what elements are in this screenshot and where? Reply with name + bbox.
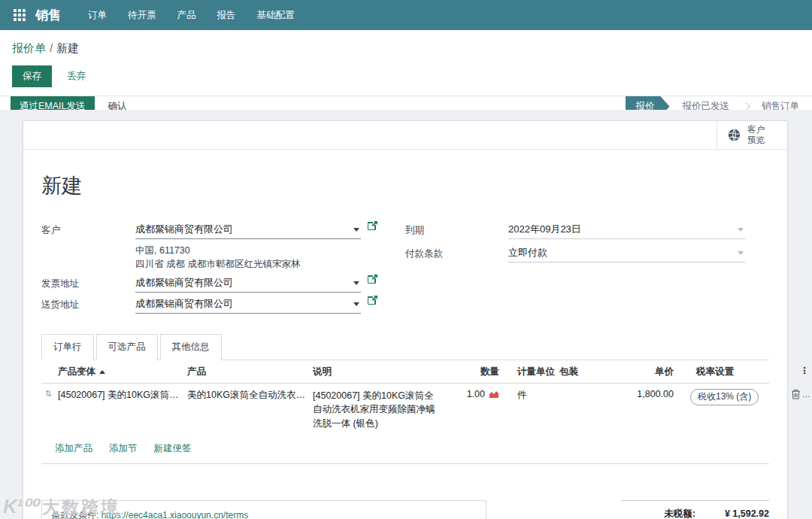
open-delivery-address-icon[interactable] [368,295,378,305]
cell-product[interactable]: 美的10KG滚筒全自动洗衣机家用变频除菌净螨洗脱一体 (银色) [187,389,310,402]
preview-button-line1: 客户 [747,125,765,135]
customer-label: 客户 [41,220,135,237]
nav-item-orders[interactable]: 订单 [77,0,117,31]
delivery-address-label: 送货地址 [41,295,135,311]
form-left-column: 客户 成都聚锦商贸有限公司 中国, 611730 四川省 成都 成都市郫都区红光… [41,220,405,316]
cell-uom[interactable]: 件 [502,389,556,402]
expiration-value[interactable]: 2022年09月23日 [508,223,733,236]
form-fields: 客户 成都聚锦商贸有限公司 中国, 611730 四川省 成都 成都市郫都区红光… [41,220,769,316]
add-note-link[interactable]: 新建便签 [154,442,192,455]
nav-item-configuration[interactable]: 基础配置 [247,0,305,31]
customer-address-line2: 四川省 成都 成都市郫都区红光镇宋家林 [135,257,405,271]
header-taxes[interactable]: 税率设置 [677,366,783,378]
open-invoice-address-icon[interactable] [368,274,378,284]
header-product-variant[interactable]: 产品变体 [58,366,184,378]
totals-panel: 未税额: ¥ 1,592.92 VAT 13%: ¥ 207.08 合计: ¥ … [622,500,769,519]
dropdown-caret-icon[interactable] [738,251,744,255]
top-navbar: 销售 订单 待开票 产品 报告 基础配置 [0,0,812,30]
customer-preview-button[interactable]: 客户 预览 [717,121,787,149]
expiration-label: 到期 [405,220,508,237]
customer-field[interactable]: 成都聚锦商贸有限公司 [135,220,361,239]
delivery-address-field[interactable]: 成都聚锦商贸有限公司 [135,295,361,314]
cell-description[interactable]: [45020067] 美的10KG滚筒全自动洗衣机家用变频除菌净螨洗脱一体 (银… [313,389,439,429]
invoice-address-label: 发票地址 [41,274,135,290]
customer-address: 中国, 611730 四川省 成都 成都市郫都区红光镇宋家林 [135,241,405,274]
notebook-tabs: 订单行 可选产品 其他信息 [41,334,769,360]
terms-box[interactable]: 条款及条件: https://eec4aca1.xiaoouyun.cn/ter… [41,500,486,519]
apps-grid-icon[interactable] [14,9,26,22]
header-uom[interactable]: 计量单位 [502,366,556,378]
invoice-address-field[interactable]: 成都聚锦商贸有限公司 [135,274,361,293]
customer-address-line1: 中国, 611730 [135,244,405,257]
delete-row-icon[interactable] [791,389,801,399]
nav-item-reporting[interactable]: 报告 [207,0,247,31]
cell-quantity[interactable]: 1.00 [442,389,499,399]
globe-icon [728,129,741,141]
breadcrumb-quotations-link[interactable]: 报价单 [12,41,46,54]
header-unit-price[interactable]: 单价 [606,366,674,378]
terms-label: 条款及条件: [51,510,98,519]
untaxed-amount-label: 未税额: [664,508,695,519]
header-description[interactable]: 说明 [313,366,439,378]
tab-other-info[interactable]: 其他信息 [160,334,222,360]
tax-badge[interactable]: 税收13% (含) [690,389,759,405]
tab-order-lines[interactable]: 订单行 [41,334,94,360]
payment-terms-label: 付款条款 [405,244,508,260]
invoice-address-value[interactable]: 成都聚锦商贸有限公司 [135,276,349,290]
dropdown-caret-icon[interactable] [353,228,359,232]
forecast-chart-icon[interactable] [489,390,499,399]
expiration-field[interactable]: 2022年09月23日 [508,220,745,239]
table-row[interactable]: ⇅ [45020067] 美的10KG滚筒全自动洗衣机家用变频除菌净螨洗脱一体 … [41,384,769,434]
breadcrumb-current: 新建 [56,41,79,54]
header-product[interactable]: 产品 [187,366,310,378]
header-packaging[interactable]: 包装 [559,366,603,378]
open-customer-icon[interactable] [368,220,378,231]
row-more-ellipsis: ... [802,389,810,399]
nav-item-products[interactable]: 产品 [167,0,207,31]
record-action-buttons: 保存 丢弃 [0,59,812,96]
untaxed-amount-value: ¥ 1,592.92 [706,508,769,519]
optional-columns-icon[interactable]: ⋮ [789,366,812,376]
app-name[interactable]: 销售 [35,7,61,24]
dropdown-caret-icon[interactable] [738,228,744,232]
dropdown-caret-icon[interactable] [353,302,359,306]
bottom-section: 条款及条件: https://eec4aca1.xiaoouyun.cn/ter… [41,500,769,519]
form-right-column: 到期 2022年09月23日 付款条款 立即付款 [405,220,769,316]
tab-optional-products[interactable]: 可选产品 [96,334,158,360]
preview-button-line2: 预览 [747,135,765,146]
breadcrumb-separator: / [46,41,56,54]
header-quantity[interactable]: 数量 [442,366,499,378]
form-sheet: 客户 预览 新建 客户 成都聚锦商贸有限公司 [23,120,788,519]
delivery-address-value[interactable]: 成都聚锦商贸有限公司 [135,297,349,311]
customer-value[interactable]: 成都聚锦商贸有限公司 [135,223,349,236]
form-view-background: 客户 预览 新建 客户 成都聚锦商贸有限公司 [0,110,812,519]
discard-button[interactable]: 丢弃 [67,70,86,83]
cell-unit-price[interactable]: 1,800.00 [606,389,674,399]
drag-handle-icon[interactable]: ⇅ [41,389,55,399]
dropdown-caret-icon[interactable] [353,281,359,285]
terms-link[interactable]: https://eec4aca1.xiaoouyun.cn/terms [102,510,248,519]
payment-terms-field[interactable]: 立即付款 [508,244,745,263]
nav-item-to-invoice[interactable]: 待开票 [117,0,167,31]
table-footer-links: 添加产品 添加节 新建便签 [41,435,769,464]
record-title: 新建 [41,172,769,199]
breadcrumb: 报价单/新建 [0,30,812,59]
save-button[interactable]: 保存 [12,65,52,87]
table-header-row: 产品变体 产品 说明 数量 计量单位 包装 单价 税率设置 小计 ⋮ [41,360,769,384]
sort-asc-icon [99,370,105,374]
button-box: 客户 预览 [23,121,787,150]
payment-terms-value[interactable]: 立即付款 [508,246,733,260]
order-lines-table: 产品变体 产品 说明 数量 计量单位 包装 单价 税率设置 小计 ⋮ ⇅ [45… [41,360,769,463]
add-section-link[interactable]: 添加节 [109,442,138,455]
add-product-link[interactable]: 添加产品 [55,442,92,455]
cell-product-variant[interactable]: [45020067] 美的10KG滚筒全自动洗衣机家用变频除菌净螨洗脱一体 (银… [58,389,184,402]
